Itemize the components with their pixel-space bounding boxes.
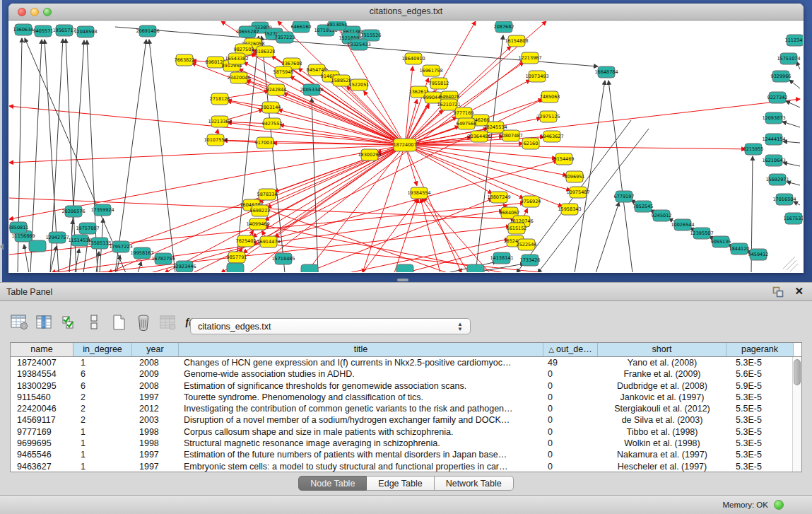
graph-node[interactable]: 20691406	[136, 25, 159, 37]
graph-node[interactable]: 12048598	[73, 26, 97, 37]
graph-node[interactable]: 6497568	[457, 118, 477, 129]
graph-node[interactable]: 7955812	[429, 78, 449, 89]
tab-edge-table[interactable]: Edge Table	[367, 476, 434, 491]
graph-node[interactable]: 5875945	[273, 66, 294, 78]
graph-node[interactable]: 8186328	[255, 46, 276, 57]
graph-node[interactable]: 15692971	[765, 174, 789, 185]
graph-node[interactable]: 18807249	[487, 192, 510, 203]
delete-column-icon[interactable]	[134, 313, 153, 332]
column-header-out_de[interactable]: △out_de…	[543, 343, 598, 356]
graph-node[interactable]: 9242844	[266, 84, 287, 95]
column-header-in_degree[interactable]: in_degree	[73, 343, 132, 356]
table-settings-icon[interactable]	[10, 313, 30, 332]
graph-node[interactable]: 9170031	[255, 137, 276, 148]
table-row[interactable]: 1938455462009Genome-wide association stu…	[11, 368, 801, 380]
graph-node[interactable]: 9245012	[652, 210, 672, 221]
table-scrollbar-thumb[interactable]	[794, 359, 801, 385]
graph-node[interactable]: 12213967	[518, 52, 541, 64]
column-header-year[interactable]: year	[132, 343, 179, 356]
graph-node[interactable]: 8850811	[9, 222, 28, 233]
graph-node[interactable]: 2522544	[517, 239, 537, 250]
graph-node[interactable]: 18300295	[358, 149, 381, 160]
column-header-short[interactable]: short	[598, 343, 726, 356]
graph-node[interactable]: 19384554	[407, 187, 430, 199]
graph-node[interactable]: 2718126	[210, 93, 230, 105]
network-canvas[interactable]: 1360634940557119565717120485982069140616…	[9, 21, 803, 272]
graph-node[interactable]: 19757887	[76, 223, 99, 234]
graph-node[interactable]: 19565717	[52, 25, 76, 36]
graph-node[interactable]: 1360634	[13, 24, 34, 35]
graph-node[interactable]: 16914479	[257, 236, 280, 247]
splitter-collapse-icon[interactable]	[0, 243, 4, 250]
graph-node[interactable]: 8096951	[565, 171, 585, 182]
graph-node[interactable]: 1522051	[349, 79, 370, 90]
graph-node[interactable]: 9329966	[771, 71, 792, 82]
graph-node[interactable]: 13505135	[88, 238, 111, 249]
graph-node[interactable]: 10107554	[204, 134, 227, 146]
table-row[interactable]: 2242004622012Investigating the contribut…	[11, 403, 801, 414]
graph-node[interactable]: 12923446	[172, 261, 196, 272]
graph-node[interactable]: 16543382	[225, 53, 248, 64]
graph-node[interactable]: 7663822	[175, 54, 195, 66]
graph-node[interactable]: 9154469	[554, 153, 575, 165]
graph-node[interactable]: 14099469	[246, 218, 269, 230]
graph-node[interactable]: 13213363	[208, 116, 231, 127]
tab-node-table[interactable]: Node Table	[298, 476, 367, 491]
graph-node[interactable]: 15718485	[271, 253, 295, 264]
graph-node[interactable]: 10973493	[525, 71, 548, 82]
graph-node[interactable]: 17359924	[90, 204, 114, 216]
graph-node[interactable]: 8813054	[327, 21, 348, 30]
graph-node[interactable]: 9459412	[748, 249, 769, 260]
table-scrollbar[interactable]	[792, 357, 801, 472]
graph-node[interactable]: 7852545	[633, 201, 654, 212]
graph-node[interactable]: 6466160	[291, 21, 312, 33]
column-header-name[interactable]: name	[11, 343, 73, 356]
column-header-title[interactable]: title	[179, 343, 543, 356]
table-selector-dropdown[interactable]: citations_edges.txt ▲▼	[190, 318, 471, 334]
graph-node[interactable]: 2087682	[494, 21, 514, 33]
graph-node[interactable]: 1167533	[784, 213, 803, 224]
graph-node[interactable]: 9756924	[521, 196, 541, 207]
select-all-icon[interactable]	[59, 313, 79, 332]
table-row[interactable]: 1872400712008Changes of HCN gene express…	[11, 357, 801, 368]
select-column-icon[interactable]	[35, 313, 54, 332]
graph-node[interactable]: 6779197	[614, 191, 635, 202]
table-row[interactable]: 946554611997Estimation of the future num…	[11, 449, 801, 460]
graph-node[interactable]: 16961758	[419, 65, 442, 76]
graph-node[interactable]: 16648784	[594, 66, 618, 78]
graph-node[interactable]	[396, 264, 413, 272]
graph-node[interactable]: 5698222	[250, 205, 271, 216]
graph-node[interactable]	[467, 264, 484, 272]
graph-node[interactable]: 10026544	[671, 219, 694, 230]
graph-node[interactable]: 9227342	[767, 92, 788, 103]
graph-node[interactable]: 7357223	[275, 32, 295, 43]
network-window-titlebar[interactable]: citations_edges.txt	[8, 4, 804, 21]
graph-node[interactable]: 18640910	[401, 53, 425, 64]
graph-node[interactable]: 1733426	[520, 255, 541, 266]
graph-node[interactable]: 9857791	[227, 252, 247, 263]
graph-node[interactable]: 12395507	[690, 228, 713, 239]
graph-node[interactable]: 62160	[522, 138, 539, 149]
graph-node[interactable]: 16782759	[151, 253, 175, 264]
graph-node[interactable]: 1844120	[729, 243, 750, 255]
split-divider-handle[interactable]	[397, 279, 408, 281]
float-panel-icon[interactable]	[772, 286, 784, 298]
tab-network-table[interactable]: Network Table	[435, 476, 514, 491]
graph-node[interactable]: 18724007	[393, 139, 416, 151]
table-row[interactable]: 946362711997Embryonic stem cells: a mode…	[11, 461, 801, 472]
graph-node[interactable]: 9427552	[262, 118, 283, 129]
graph-node[interactable]: 15751074	[777, 53, 800, 64]
graph-node[interactable]: 20206576	[61, 206, 85, 217]
graph-node[interactable]: 7485063	[540, 91, 560, 103]
graph-node[interactable]: 9055135	[711, 236, 731, 247]
graph-node[interactable]: 23420046	[227, 72, 250, 83]
graph-node[interactable]: 17957223	[109, 241, 132, 252]
graph-node[interactable]: 12444154	[762, 134, 785, 145]
table-row[interactable]: 1830029562008Estimation of significance …	[11, 380, 801, 392]
graph-node[interactable]: 10975487	[566, 187, 589, 198]
graph-node[interactable]: 15958343	[558, 204, 581, 215]
graph-node[interactable]: 16210643	[762, 155, 785, 166]
new-column-icon[interactable]	[109, 313, 129, 332]
close-panel-icon[interactable]: ✕	[794, 285, 804, 298]
graph-node[interactable]: 1112345	[785, 35, 803, 46]
